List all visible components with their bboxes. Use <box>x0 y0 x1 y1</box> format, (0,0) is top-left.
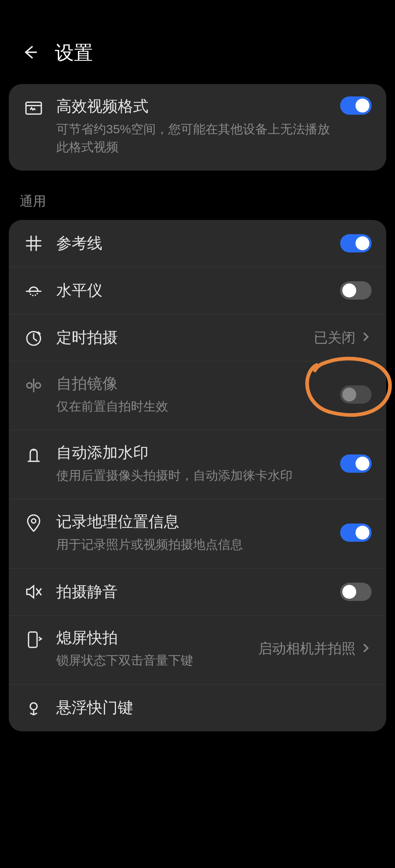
quick-shot-value: 启动相机并拍照 <box>258 639 356 658</box>
svg-point-4 <box>31 519 36 523</box>
quick-shot-icon <box>23 629 44 650</box>
chevron-right-icon <box>360 642 372 655</box>
row-timer-shoot[interactable]: 定时拍摄 已关闭 <box>9 314 386 361</box>
level-icon <box>23 280 44 301</box>
timer-value: 已关闭 <box>314 328 356 347</box>
row-geo-location[interactable]: 记录地理位置信息 用于记录照片或视频拍摄地点信息 <box>9 499 386 568</box>
mirror-icon <box>23 375 44 396</box>
row-title: 拍摄静音 <box>56 582 331 602</box>
section-header-general: 通用 <box>20 193 375 210</box>
mute-icon <box>23 582 44 602</box>
row-title: 自动添加水印 <box>56 443 331 463</box>
page-title: 设置 <box>55 40 93 66</box>
timer-icon <box>23 327 44 348</box>
row-title: 自拍镜像 <box>56 374 331 394</box>
row-title: 熄屏快拍 <box>56 628 249 648</box>
floating-shutter-icon <box>23 698 44 718</box>
svg-point-3 <box>35 383 41 388</box>
row-subtitle: 仅在前置自拍时生效 <box>56 397 331 415</box>
row-auto-watermark[interactable]: 自动添加水印 使用后置摄像头拍摄时，自动添加徕卡水印 <box>9 430 386 499</box>
row-text: 高效视频格式 可节省约35%空间，您可能在其他设备上无法播放此格式视频 <box>56 96 340 156</box>
video-format-icon <box>23 98 44 118</box>
row-title: 定时拍摄 <box>56 328 305 348</box>
back-arrow-icon[interactable] <box>20 42 40 64</box>
watermark-icon <box>23 444 44 465</box>
row-subtitle: 可节省约35%空间，您可能在其他设备上无法播放此格式视频 <box>56 120 331 156</box>
svg-point-6 <box>30 703 37 710</box>
location-icon <box>23 513 44 534</box>
toggle-grid-lines[interactable] <box>340 234 372 252</box>
toggle-horizontal-level[interactable] <box>340 281 372 300</box>
toggle-auto-watermark[interactable] <box>340 454 372 473</box>
row-title: 高效视频格式 <box>56 96 331 117</box>
grid-icon <box>23 233 44 254</box>
row-grid-lines[interactable]: 参考线 <box>9 220 386 267</box>
toggle-efficient-video-format[interactable] <box>340 96 372 115</box>
chevron-right-icon <box>360 331 372 344</box>
row-floating-shutter[interactable]: 悬浮快门键 <box>9 685 386 731</box>
row-title: 水平仪 <box>56 281 331 301</box>
row-screen-off-quick-shot[interactable]: 熄屏快拍 锁屏状态下双击音量下键 启动相机并拍照 <box>9 616 386 685</box>
toggle-selfie-mirror <box>340 385 372 404</box>
toggle-shutter-mute[interactable] <box>340 583 372 601</box>
row-title: 记录地理位置信息 <box>56 512 331 532</box>
row-shutter-mute[interactable]: 拍摄静音 <box>9 568 386 616</box>
row-title: 参考线 <box>56 233 331 254</box>
row-subtitle: 使用后置摄像头拍摄时，自动添加徕卡水印 <box>56 467 331 484</box>
row-horizontal-level[interactable]: 水平仪 <box>9 267 386 314</box>
row-selfie-mirror: 自拍镜像 仅在前置自拍时生效 <box>9 361 386 430</box>
toggle-geo-location[interactable] <box>340 524 372 542</box>
row-title: 悬浮快门键 <box>56 698 363 718</box>
row-subtitle: 用于记录照片或视频拍摄地点信息 <box>56 536 331 553</box>
row-subtitle: 锁屏状态下双击音量下键 <box>56 651 249 669</box>
row-efficient-video-format[interactable]: 高效视频格式 可节省约35%空间，您可能在其他设备上无法播放此格式视频 <box>9 84 386 171</box>
svg-point-2 <box>27 383 32 388</box>
svg-rect-5 <box>29 632 37 647</box>
